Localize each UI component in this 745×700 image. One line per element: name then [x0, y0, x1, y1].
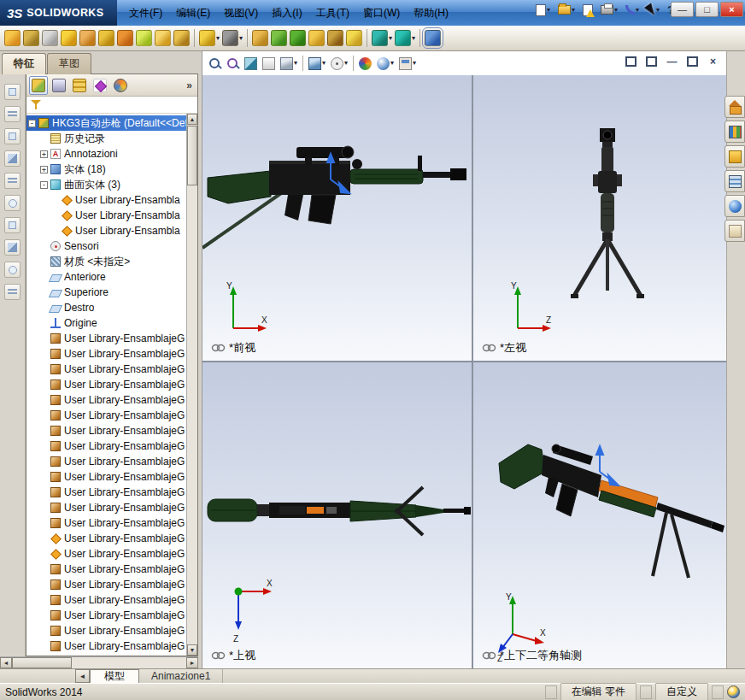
tree-item[interactable]: Sensori — [26, 238, 197, 254]
left-tool-icon-3[interactable] — [4, 128, 21, 144]
maximize-button[interactable]: □ — [695, 2, 719, 17]
tree-expander[interactable] — [40, 443, 48, 450]
doc-minimize-button[interactable]: — — [666, 56, 678, 68]
left-tool-icon-10[interactable] — [4, 284, 21, 300]
tree-expander[interactable] — [40, 597, 48, 604]
left-tool-icon-8[interactable] — [4, 239, 21, 256]
tree-item[interactable]: User Library-Ensambla — [26, 223, 197, 238]
check-teal-icon[interactable]: ▾ — [372, 30, 392, 46]
tree-expander[interactable] — [40, 274, 48, 281]
dropdown-caret-icon[interactable]: ▾ — [344, 60, 348, 67]
menu-item[interactable]: 文件(F) — [122, 3, 169, 24]
tree-item[interactable]: User Library-EnsamblajeG — [26, 531, 197, 546]
tree-expander[interactable]: + — [40, 166, 48, 174]
select-cursor-icon[interactable]: ▾ — [644, 3, 662, 18]
tree-expander[interactable] — [40, 581, 48, 589]
separator[interactable] — [418, 29, 422, 47]
dropdown-caret-icon[interactable]: ▾ — [322, 60, 326, 67]
sketch-tool-icon[interactable] — [425, 30, 441, 46]
tree-item[interactable]: + Annotazioni — [26, 146, 197, 162]
commandmanager-tab[interactable]: 草图 — [47, 53, 91, 74]
dropdown-caret-icon[interactable]: ▾ — [614, 7, 618, 14]
save-document-icon[interactable] — [580, 3, 595, 18]
hide-show-items-icon[interactable]: ▾ — [329, 56, 349, 72]
menu-item[interactable]: 插入(I) — [265, 3, 308, 24]
left-tool-icon-9[interactable] — [4, 262, 21, 278]
tree-expander[interactable] — [40, 535, 48, 543]
block-gold-icon[interactable] — [252, 30, 268, 46]
tree-expander[interactable] — [40, 366, 48, 374]
zoom-area-icon[interactable] — [225, 56, 241, 72]
doc-close-button[interactable]: × — [707, 56, 719, 68]
tree-item[interactable]: User Library-EnsamblajeG — [26, 577, 197, 592]
minimize-button[interactable]: — — [671, 2, 694, 17]
dropdown-caret-icon[interactable]: ▾ — [239, 35, 243, 42]
tree-expander[interactable] — [40, 412, 48, 420]
page-green-icon[interactable] — [136, 30, 152, 46]
configurationmanager-tab-icon[interactable] — [70, 76, 89, 95]
dropdown-caret-icon[interactable]: ▾ — [412, 35, 415, 42]
left-tool-icon-1[interactable] — [4, 84, 21, 100]
menu-item[interactable]: 窗口(W) — [356, 3, 407, 24]
tree-item[interactable]: User Library-EnsamblajeG — [26, 562, 197, 577]
tree-item[interactable]: User Library-EnsamblajeG — [26, 438, 197, 454]
tree-item[interactable]: User Library-EnsamblajeG — [26, 362, 197, 377]
undo-icon[interactable]: ▾ — [623, 3, 642, 16]
menu-item[interactable]: 帮助(H) — [407, 3, 455, 24]
viewport-front[interactable]: Y X *前视 — [202, 75, 472, 361]
tree-item[interactable]: + 实体 (18) — [26, 162, 197, 177]
dropdown-caret-icon[interactable]: ▾ — [547, 7, 550, 14]
tree-expander[interactable] — [40, 350, 48, 358]
left-tool-icon-4[interactable] — [4, 150, 21, 167]
folder-icon[interactable] — [155, 30, 171, 46]
commandmanager-tab[interactable]: 特征 — [2, 53, 46, 74]
tree-item[interactable]: 历史记录 — [26, 131, 197, 146]
grid-menu-icon[interactable]: ▾ — [222, 30, 243, 46]
close-button[interactable]: × — [720, 2, 743, 17]
tag-yellow-icon[interactable] — [346, 30, 362, 46]
dropdown-caret-icon[interactable]: ▾ — [389, 35, 392, 42]
scroll-down-button[interactable]: ▼ — [187, 644, 197, 656]
bell-icon[interactable] — [61, 30, 77, 46]
tree-expander[interactable] — [40, 381, 48, 389]
file-explorer-icon[interactable] — [724, 145, 745, 168]
tree-expander[interactable] — [40, 397, 48, 404]
scroll-left-button[interactable]: ◄ — [0, 657, 12, 668]
tree-expander[interactable] — [40, 489, 48, 497]
tree-item[interactable]: 材质 <未指定> — [26, 254, 197, 269]
viewport-isometric[interactable]: Y X Z *上下二等角轴测 — [473, 362, 727, 668]
tree-item[interactable]: Superiore — [26, 285, 197, 300]
tree-item[interactable]: User Library-EnsamblajeG — [26, 423, 197, 438]
tree-item[interactable]: Destro — [26, 300, 197, 315]
tree-expander[interactable] — [40, 627, 48, 635]
tree-expander[interactable] — [40, 320, 48, 327]
tree-vertical-scrollbar[interactable]: ▲ ▼ — [186, 114, 197, 656]
section-view-icon[interactable] — [243, 56, 259, 72]
tab-animation[interactable]: Animazione1 — [139, 669, 223, 683]
separator[interactable] — [245, 29, 249, 47]
tree-expander[interactable] — [40, 243, 48, 250]
displaymanager-tab-icon[interactable] — [111, 76, 130, 95]
apply-scene-icon[interactable]: ▾ — [375, 56, 396, 72]
edit-appearance-icon[interactable] — [357, 56, 373, 72]
tree-expander[interactable] — [40, 643, 48, 650]
tree-expander[interactable] — [40, 289, 48, 297]
tree-expander[interactable] — [40, 258, 48, 266]
view-settings-icon[interactable]: ▾ — [397, 56, 418, 72]
tab-scroll-left-button[interactable]: ◄ — [75, 669, 90, 683]
scrollbar-track[interactable] — [72, 657, 186, 668]
spline-teal-icon[interactable]: ▾ — [395, 30, 415, 46]
scroll-up-button[interactable]: ▲ — [187, 114, 197, 125]
custom-properties-icon[interactable] — [724, 220, 745, 242]
tree-item[interactable]: - 曲面实体 (3) — [26, 177, 197, 192]
separator[interactable] — [351, 54, 355, 73]
solidworks-resources-icon[interactable] — [724, 96, 745, 118]
dropdown-caret-icon[interactable]: ▾ — [294, 60, 297, 67]
dropdown-caret-icon[interactable]: ▾ — [636, 7, 639, 14]
crate-icon[interactable] — [98, 30, 114, 46]
tree-item[interactable]: User Library-EnsamblajeG — [26, 346, 197, 362]
view-palette-icon[interactable] — [724, 170, 745, 192]
palette-icon[interactable]: ▾ — [199, 30, 220, 46]
zoom-fit-icon[interactable] — [207, 56, 223, 72]
separator[interactable] — [301, 54, 305, 73]
